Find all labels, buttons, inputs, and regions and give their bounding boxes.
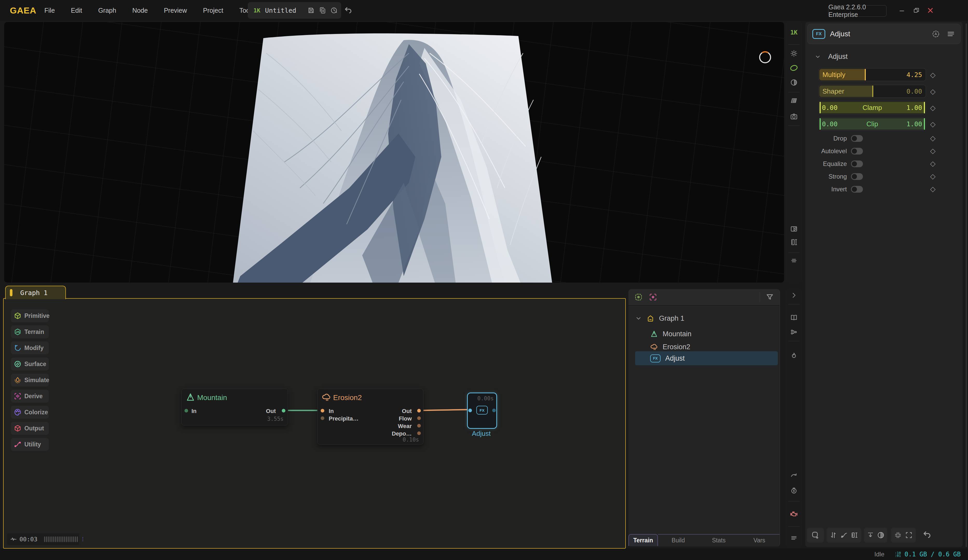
node-mountain[interactable]: Mountain In Out 3.55s bbox=[181, 389, 288, 425]
port-erosion-out[interactable] bbox=[417, 409, 421, 413]
minimize-button[interactable] bbox=[897, 6, 907, 15]
tree-row-adjust-selected[interactable]: FX Adjust bbox=[635, 351, 778, 365]
close-button[interactable] bbox=[925, 6, 936, 15]
pin-multiply-icon[interactable]: ◇ bbox=[930, 71, 936, 79]
toggle-strong[interactable] bbox=[851, 173, 863, 180]
mutate-icon[interactable] bbox=[790, 486, 798, 494]
tab-vars[interactable]: Vars bbox=[739, 534, 780, 546]
document-title[interactable]: Untitled bbox=[265, 7, 308, 14]
grid-icon[interactable] bbox=[790, 97, 798, 104]
menu-graph[interactable]: Graph bbox=[90, 7, 124, 14]
fit-all-icon[interactable] bbox=[905, 531, 913, 539]
sphere-icon[interactable] bbox=[790, 79, 798, 86]
tree-row-mountain[interactable]: Mountain bbox=[650, 327, 793, 340]
slider-shaper-label: Shaper bbox=[822, 85, 844, 97]
compass-indicator[interactable] bbox=[758, 50, 772, 64]
frame-selected-icon[interactable] bbox=[634, 293, 643, 302]
gizmo-icon[interactable] bbox=[932, 30, 940, 38]
graph-menu-icon[interactable] bbox=[790, 534, 798, 542]
timeline-options-icon[interactable]: ⋮ bbox=[80, 538, 85, 540]
memory-chip-icon: :10:01 bbox=[895, 552, 901, 557]
port-mountain-out[interactable] bbox=[282, 409, 285, 413]
timeline-widget[interactable]: 00:03 ⋮ bbox=[7, 533, 79, 545]
save-icon[interactable] bbox=[307, 7, 315, 14]
filter-icon[interactable] bbox=[766, 293, 774, 301]
pin-clamp-icon[interactable]: ◇ bbox=[930, 104, 936, 112]
chevron-down-icon[interactable] bbox=[635, 315, 642, 322]
port-erosion-depo[interactable] bbox=[417, 431, 421, 435]
tab-build[interactable]: Build bbox=[658, 534, 698, 546]
engine-icon[interactable] bbox=[790, 510, 798, 518]
node-erosion2[interactable]: Erosion2 In Precipita… Out Flow Wear Dep… bbox=[317, 389, 423, 444]
toggle-invert[interactable] bbox=[851, 186, 863, 193]
node-adjust[interactable]: 0.00s FX bbox=[467, 393, 497, 429]
frame-all-icon[interactable] bbox=[649, 293, 658, 302]
port-adjust-out[interactable] bbox=[492, 409, 496, 412]
toggle-drop[interactable] bbox=[851, 135, 863, 142]
subgraph-icon[interactable] bbox=[790, 329, 798, 336]
port-erosion-wear[interactable] bbox=[417, 424, 421, 428]
tree-toolbar bbox=[628, 289, 780, 306]
flame-icon[interactable] bbox=[790, 352, 798, 360]
node-graph-panel[interactable]: Primitive Terrain Modify Surface Simulat… bbox=[3, 298, 626, 548]
port-mountain-in[interactable] bbox=[184, 409, 188, 413]
menu-edit[interactable]: Edit bbox=[63, 7, 90, 14]
slider-shaper[interactable]: Shaper 0.00 bbox=[819, 85, 926, 98]
add-node-icon[interactable] bbox=[811, 531, 820, 539]
notes-icon[interactable] bbox=[790, 314, 798, 322]
timeline-scrubber[interactable] bbox=[44, 537, 78, 542]
section-header-adjust[interactable]: Adjust bbox=[815, 53, 848, 61]
pin-shaper-icon[interactable]: ◇ bbox=[930, 88, 936, 96]
pin-invert-icon[interactable]: ◇ bbox=[930, 185, 936, 193]
pin-strong-icon[interactable]: ◇ bbox=[930, 172, 936, 180]
split-view-icon[interactable] bbox=[790, 225, 798, 233]
curve-tool-icon[interactable] bbox=[840, 531, 848, 539]
ruler-icon[interactable] bbox=[790, 238, 798, 246]
toggle-autolevel[interactable] bbox=[851, 148, 863, 155]
tab-stats[interactable]: Stats bbox=[698, 534, 739, 546]
fit-selected-icon[interactable] bbox=[894, 531, 902, 539]
slider-multiply[interactable]: Multiply 4.25 bbox=[819, 68, 926, 81]
swap-ports-icon[interactable] bbox=[829, 531, 837, 539]
motion-icon[interactable] bbox=[790, 472, 798, 479]
viewport-menu-icon[interactable] bbox=[790, 257, 798, 264]
toggle-strong-label: Strong bbox=[819, 173, 847, 180]
panel-menu-icon[interactable] bbox=[947, 30, 955, 38]
pin-clip-icon[interactable]: ◇ bbox=[930, 120, 936, 128]
menu-file[interactable]: File bbox=[36, 7, 63, 14]
toggle-equalize[interactable] bbox=[851, 160, 863, 167]
measure-icon[interactable] bbox=[851, 531, 859, 539]
tree-row-graph1[interactable]: Graph 1 bbox=[635, 312, 778, 325]
ellipse-icon[interactable] bbox=[789, 63, 798, 72]
history-icon[interactable] bbox=[330, 7, 338, 14]
pin-drop-icon[interactable]: ◇ bbox=[930, 134, 936, 142]
collapse-panel-icon[interactable] bbox=[790, 292, 797, 299]
port-adjust-in[interactable] bbox=[468, 409, 472, 412]
graph-tab[interactable]: Graph 1 bbox=[5, 286, 66, 299]
viewport-resolution-badge[interactable]: 1K bbox=[790, 29, 797, 36]
graph-undo-icon[interactable] bbox=[923, 530, 932, 539]
camera-icon[interactable] bbox=[790, 112, 798, 120]
contrast-icon[interactable] bbox=[877, 531, 885, 539]
terrain-viewport[interactable] bbox=[4, 22, 784, 282]
port-erosion-precip[interactable] bbox=[321, 416, 324, 420]
pin-autolevel-icon[interactable]: ◇ bbox=[930, 147, 936, 155]
tab-terrain[interactable]: Terrain bbox=[628, 534, 658, 546]
drop-down-icon[interactable] bbox=[867, 531, 874, 539]
toolgroup-view bbox=[864, 528, 887, 543]
port-erosion-precip-label: Precipita… bbox=[329, 415, 358, 422]
undo-icon[interactable] bbox=[344, 6, 352, 15]
scrollbar[interactable] bbox=[966, 23, 967, 547]
slider-clamp[interactable]: 0.00 Clamp 1.00 bbox=[819, 101, 926, 114]
port-erosion-flow[interactable] bbox=[417, 416, 421, 420]
pin-equalize-icon[interactable]: ◇ bbox=[930, 159, 936, 168]
save-new-icon[interactable] bbox=[319, 7, 326, 14]
slider-clip[interactable]: 0.00 Clip 1.00 bbox=[819, 117, 926, 131]
menu-project[interactable]: Project bbox=[195, 7, 231, 14]
port-erosion-in[interactable] bbox=[321, 409, 324, 413]
menu-node[interactable]: Node bbox=[124, 7, 156, 14]
sun-icon[interactable] bbox=[790, 50, 798, 57]
document-box[interactable]: 1K Untitled bbox=[248, 2, 341, 19]
restore-button[interactable] bbox=[911, 6, 922, 15]
menu-preview[interactable]: Preview bbox=[156, 7, 195, 14]
